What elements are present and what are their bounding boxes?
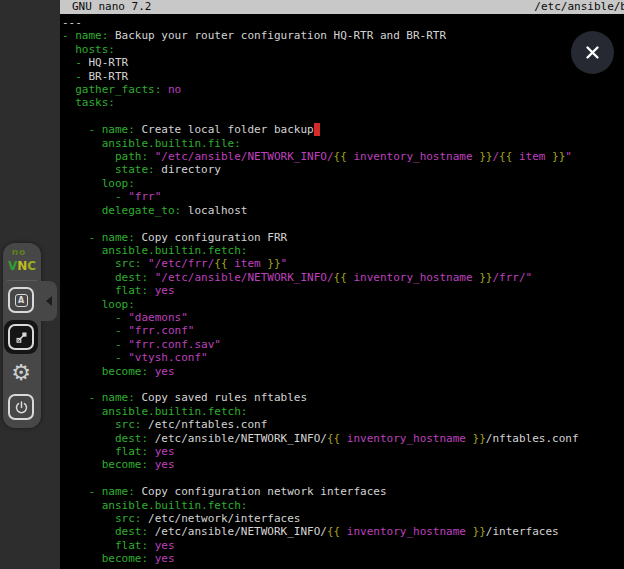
editor-line: dest: /etc/ansible/NETWORK_INFO/{{ inven… [62,432,624,445]
editor-line: flat: yes [62,445,624,458]
novnc-logo-no: no [0,248,41,257]
nano-app-title: GNU nano 7.2 [60,0,151,14]
editor-line: - name: Copy configuration FRR [62,231,624,244]
editor-line: - "frr" [62,190,624,203]
editor-line: become: yes [62,365,624,378]
editor-line: - "frr.conf" [62,324,624,337]
editor-line: dest: /etc/ansible/NETWORK_INFO/{{ inven… [62,525,624,538]
editor-line [62,378,624,391]
fullscreen-button-active-plate [4,320,38,354]
editor-line: src: "/etc/frr/{{ item }}" [62,257,624,270]
power-icon [14,400,29,415]
editor-line: flat: yes [62,539,624,552]
editor-line: src: /etc/nftables.conf [62,418,624,431]
editor-line: - "daemons" [62,311,624,324]
terminal-window[interactable]: GNU nano 7.2 /etc/ansible/b ---- name: B… [60,0,624,569]
editor-line: flat: yes [62,284,624,297]
editor-line: ansible.builtin.file: [62,137,624,150]
editor-line: ansible.builtin.fetch: [62,244,624,257]
editor-line: - "vtysh.conf" [62,351,624,364]
novnc-logo: no VNC [3,248,41,273]
fullscreen-button[interactable] [8,324,34,350]
editor-line: loop: [62,298,624,311]
control-bar-handle[interactable] [41,281,57,321]
editor-line: src: /etc/network/interfaces [62,512,624,525]
close-icon [584,44,601,61]
editor-line: - name: Copy saved rules nftables [62,391,624,404]
editor-line: hosts: [62,43,624,56]
editor-line: become: yes [62,552,624,565]
editor-line: - HQ-RTR [62,56,624,69]
novnc-logo-n: N [17,259,27,273]
close-button[interactable] [571,31,614,74]
nano-titlebar: GNU nano 7.2 /etc/ansible/b [60,0,624,14]
editor-line: ansible.builtin.fetch: [62,405,624,418]
editor-line [62,217,624,230]
editor-line: path: "/etc/ansible/NETWORK_INFO/{{ inve… [62,150,624,163]
editor-line: - "frr.conf.sav" [62,338,624,351]
editor-content[interactable]: ---- name: Backup your router configurat… [62,16,624,569]
editor-line: gather_facts: no [62,83,624,96]
editor-line: - name: Create local folder backup [62,123,624,136]
collapse-arrow-icon [46,296,52,306]
novnc-logo-v: V [8,259,17,273]
fullscreen-icon [14,330,29,345]
editor-line: become: yes [62,458,624,471]
editor-line: - name: Backup your router configuration… [62,29,624,42]
novnc-logo-c: C [27,259,36,273]
editor-line: loop: [62,177,624,190]
editor-line: - BR-RTR [62,70,624,83]
nano-file-path: /etc/ansible/b [534,0,624,14]
editor-line: delegate_to: localhost [62,204,624,217]
editor-line: --- [62,16,624,29]
editor-line [62,472,624,485]
settings-button[interactable]: ⚙ [8,360,34,386]
editor-line: state: directory [62,163,624,176]
power-button[interactable] [8,394,34,420]
novnc-control-bar: no VNC A ⚙ [3,243,41,428]
editor-line: tasks: [62,96,624,109]
extra-keys-button[interactable]: A [8,287,34,313]
editor-line: ansible.builtin.fetch: [62,499,624,512]
gear-icon: ⚙ [11,362,31,384]
editor-line: - name: Copy configuration network inter… [62,485,624,498]
sidebar-divider [7,280,37,281]
editor-line [62,110,624,123]
editor-line: dest: "/etc/ansible/NETWORK_INFO/{{ inve… [62,271,624,284]
vnc-screen: GNU nano 7.2 /etc/ansible/b ---- name: B… [0,0,624,569]
keyboard-key-icon: A [15,294,28,307]
